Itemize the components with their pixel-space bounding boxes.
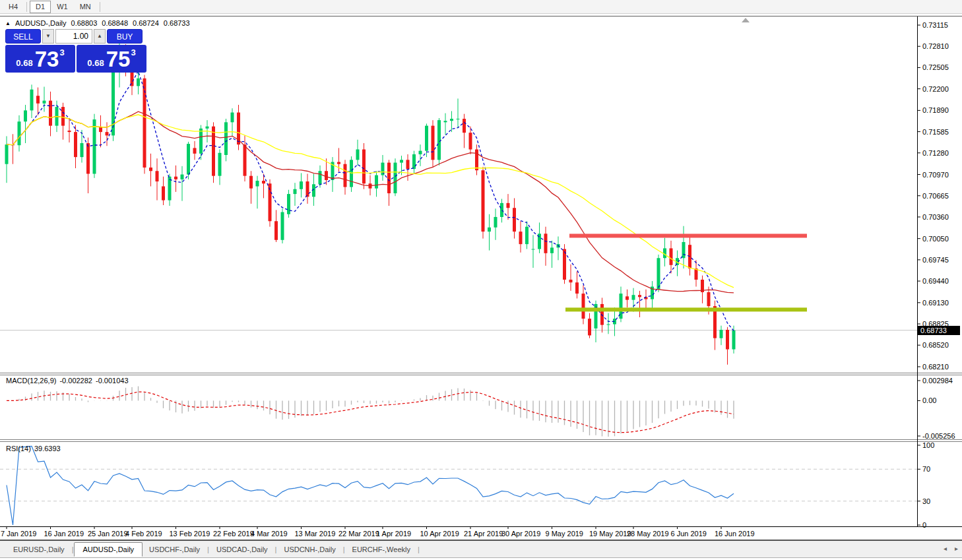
chart-tab-bar: EURUSD-,Daily|AUDUSD-,DailyUSDCHF-,Daily…	[0, 541, 962, 558]
sell-button[interactable]: SELL	[5, 29, 41, 44]
svg-text:6 Jun 2019: 6 Jun 2019	[671, 530, 707, 538]
svg-text:21 Apr 2019: 21 Apr 2019	[464, 530, 503, 538]
ohlc-close: 0.68733	[164, 19, 190, 27]
svg-text:0.00: 0.00	[922, 396, 936, 404]
ma-line-5	[7, 71, 734, 331]
tab-separator: |	[343, 545, 345, 553]
svg-text:22 Mar 2019: 22 Mar 2019	[338, 530, 379, 538]
svg-text:0.70970: 0.70970	[922, 171, 949, 179]
buy-price-big: 75	[106, 46, 131, 73]
svg-text:30: 30	[922, 497, 930, 505]
svg-text:16 Jun 2019: 16 Jun 2019	[715, 530, 755, 538]
buy-price-display[interactable]: 0.68 75 3	[77, 45, 146, 73]
svg-text:9 May 2019: 9 May 2019	[546, 530, 583, 538]
price-axis: 0.731150.728100.725050.722000.718900.715…	[917, 21, 949, 371]
svg-text:13 Feb 2019: 13 Feb 2019	[170, 530, 210, 538]
svg-text:30 Apr 2019: 30 Apr 2019	[501, 530, 540, 538]
sell-price-small: 0.68	[16, 58, 32, 73]
buy-price-small: 0.68	[87, 58, 104, 73]
sell-price-display[interactable]: 0.68 73 3	[5, 45, 75, 73]
tab-eurchf-weekly[interactable]: EURCHF-,Weekly	[346, 543, 417, 556]
svg-text:0.72810: 0.72810	[922, 42, 949, 50]
svg-text:0.72200: 0.72200	[922, 85, 949, 93]
tab-usdchf-daily[interactable]: USDCHF-,Daily	[143, 543, 207, 556]
svg-text:13 Mar 2019: 13 Mar 2019	[295, 530, 336, 538]
svg-text:0.70050: 0.70050	[922, 235, 949, 243]
sell-price-sup: 3	[59, 47, 64, 57]
tab-usdcad-daily[interactable]: USDCAD-,Daily	[210, 543, 274, 556]
svg-text:0.71890: 0.71890	[922, 106, 949, 114]
symbol-name: AUDUSD-,Daily	[15, 19, 67, 27]
volume-decrease-button[interactable]: ▼	[42, 29, 54, 44]
macd-name: MACD(12,26,9)	[6, 377, 56, 385]
macd-axis: 0.0029840.00-0.005256	[917, 377, 955, 440]
svg-text:0.69745: 0.69745	[922, 256, 949, 264]
tab-audusd-daily[interactable]: AUDUSD-,Daily	[74, 542, 143, 557]
svg-text:19 May 2019: 19 May 2019	[589, 530, 631, 538]
macd-main-value: -0.002282	[59, 377, 92, 385]
svg-text:0.68210: 0.68210	[922, 363, 949, 371]
price-chart[interactable]: 0.731150.728100.725050.722000.718900.715…	[0, 0, 962, 560]
mt4-chart-window: H4D1W1MN 0.731150.728100.725050.722000.7…	[0, 0, 962, 560]
svg-text:7 Jan 2019: 7 Jan 2019	[1, 530, 36, 538]
rsi-value: 39.6393	[34, 445, 61, 452]
sell-price-big: 73	[35, 46, 59, 73]
tab-scroll-right-icon[interactable]: ▸	[955, 545, 958, 552]
svg-text:0.73115: 0.73115	[922, 21, 948, 29]
tab-eurusd-daily[interactable]: EURUSD-,Daily	[7, 543, 71, 556]
svg-text:4 Feb 2019: 4 Feb 2019	[125, 530, 162, 538]
ohlc-low: 0.68724	[133, 19, 159, 27]
svg-text:0.69130: 0.69130	[922, 299, 949, 307]
macd-histogram	[7, 387, 734, 437]
svg-text:70: 70	[922, 465, 930, 473]
svg-text:0.71585: 0.71585	[922, 128, 949, 136]
svg-text:16 Jan 2019: 16 Jan 2019	[44, 530, 84, 538]
date-axis: 7 Jan 201916 Jan 201925 Jan 20194 Feb 20…	[1, 526, 755, 538]
rsi-label: RSI(14) 39.6393	[6, 445, 61, 452]
macd-signal-line	[7, 392, 734, 433]
volume-increase-button[interactable]: ▲	[94, 29, 106, 44]
tab-scroll-left-icon[interactable]: ◂	[944, 545, 947, 552]
svg-text:0.68520: 0.68520	[922, 341, 949, 349]
resistance-line[interactable]	[569, 233, 807, 237]
one-click-trading-panel: SELL ▼ ▲ BUY 0.68 73 3 0.68 75 3	[5, 29, 146, 73]
tab-separator: |	[275, 545, 277, 553]
buy-price-sup: 3	[131, 47, 135, 57]
rsi-line	[7, 447, 734, 526]
svg-text:25 Jan 2019: 25 Jan 2019	[88, 530, 128, 538]
support-line[interactable]	[565, 307, 807, 311]
tab-usdcnh-daily[interactable]: USDCNH-,Daily	[277, 543, 342, 556]
ohlc-open: 0.68803	[71, 19, 98, 27]
tab-separator: |	[207, 545, 209, 553]
svg-text:-0.005256: -0.005256	[922, 432, 955, 440]
svg-text:0: 0	[922, 521, 926, 529]
chart-ohlc-label: ▲ AUDUSD-,Daily 0.68803 0.68848 0.68724 …	[5, 19, 190, 27]
svg-text:0.71280: 0.71280	[922, 149, 949, 157]
tab-separator: |	[418, 545, 420, 553]
svg-text:0.72505: 0.72505	[922, 63, 949, 71]
svg-text:28 May 2019: 28 May 2019	[627, 530, 669, 538]
svg-text:22 Feb 2019: 22 Feb 2019	[213, 530, 254, 538]
rsi-levels	[0, 469, 917, 501]
svg-text:1 Apr 2019: 1 Apr 2019	[376, 530, 411, 538]
tab-scroll-controls: ◂ ▸	[944, 545, 958, 552]
ma-line-20	[7, 111, 734, 293]
ohlc-high: 0.68848	[102, 19, 128, 27]
svg-text:4 Mar 2019: 4 Mar 2019	[251, 530, 288, 538]
svg-text:0.70665: 0.70665	[922, 192, 949, 200]
tab-separator: |	[72, 545, 74, 553]
svg-text:0.69440: 0.69440	[922, 277, 949, 285]
symbol-triangle-icon: ▲	[5, 20, 11, 26]
rsi-name: RSI(14)	[6, 445, 31, 452]
current-price-label: 0.68733	[918, 326, 960, 335]
macd-signal-value: -0.001043	[96, 377, 129, 385]
volume-input[interactable]	[55, 29, 92, 44]
macd-label: MACD(12,26,9) -0.002282 -0.001043	[6, 377, 129, 385]
buy-button[interactable]: BUY	[107, 29, 143, 44]
rsi-axis: 10070300	[917, 441, 934, 529]
svg-text:10 Apr 2019: 10 Apr 2019	[420, 530, 459, 538]
svg-text:0.002984: 0.002984	[922, 377, 953, 385]
ma-line-34	[7, 115, 734, 288]
chart-shift-marker-icon[interactable]	[742, 18, 750, 22]
candles-layer	[5, 36, 736, 364]
